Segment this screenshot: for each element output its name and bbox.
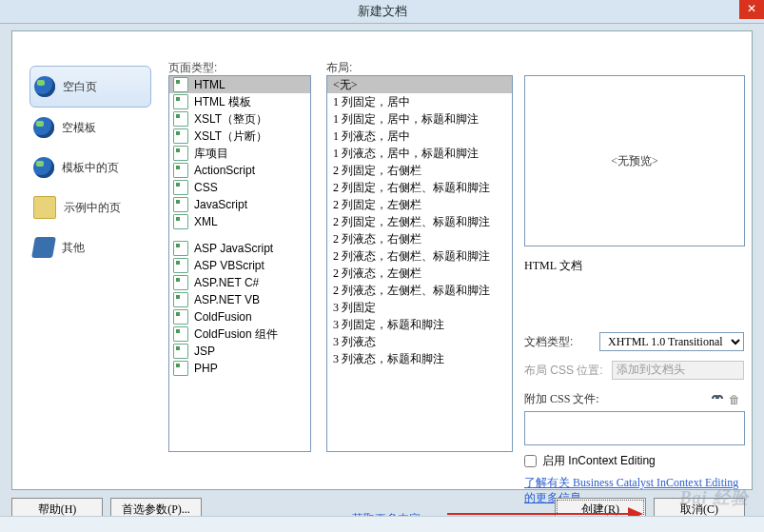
- page-type-label: JSP: [194, 343, 215, 360]
- preview-pane: <无预览>: [524, 75, 745, 246]
- right-column: <无预览> HTML 文档 文档类型: XHTML 1.0 Transition…: [524, 75, 744, 482]
- file-icon: [173, 94, 188, 109]
- preview-text: <无预览>: [611, 153, 658, 169]
- category-label: 示例中的页: [64, 200, 121, 216]
- file-icon: [173, 180, 188, 195]
- attachcss-row: 附加 CSS 文件: 🗑: [524, 388, 744, 409]
- category-item-2[interactable]: 模板中的页: [29, 148, 151, 187]
- category-item-4[interactable]: 其他: [29, 227, 151, 267]
- page-type-item[interactable]: ASP.NET VB: [169, 291, 310, 308]
- page-type-label: ASP.NET C#: [194, 274, 259, 291]
- globe-icon: [33, 157, 54, 178]
- page-type-item[interactable]: XML: [169, 213, 310, 230]
- page-type-item[interactable]: ActionScript: [169, 162, 310, 179]
- close-button[interactable]: ✕: [739, 0, 764, 19]
- layout-item[interactable]: 1 列液态，居中，标题和脚注: [327, 145, 512, 162]
- page-type-item[interactable]: CSS: [169, 179, 310, 196]
- page-type-item[interactable]: XSLT（片断）: [169, 128, 310, 145]
- attachcss-box[interactable]: [524, 411, 745, 445]
- category-item-3[interactable]: 示例中的页: [29, 187, 151, 227]
- page-type-item[interactable]: PHP: [169, 360, 310, 377]
- file-icon: [173, 292, 188, 307]
- page-type-item[interactable]: XSLT（整页）: [169, 110, 310, 128]
- page-type-label: JavaScript: [194, 196, 247, 213]
- layoutcss-value: 添加到文档头: [617, 363, 685, 376]
- page-type-item[interactable]: HTML 模板: [169, 93, 310, 110]
- layout-item[interactable]: 2 列液态，右侧栏: [327, 230, 512, 247]
- layout-item[interactable]: 3 列液态，标题和脚注: [327, 350, 512, 367]
- file-icon: [173, 111, 188, 127]
- page-type-label: ASP VBScript: [194, 257, 264, 274]
- layout-item[interactable]: 3 列固定，标题和脚注: [327, 316, 512, 333]
- page-type-label: 库项目: [194, 145, 228, 162]
- category-item-1[interactable]: 空模板: [29, 108, 151, 148]
- category-label: 空模板: [62, 120, 96, 136]
- category-item-0[interactable]: 空白页: [29, 66, 151, 108]
- file-icon: [173, 214, 188, 229]
- taskbar-sliver: [0, 516, 764, 532]
- page-type-label: CSS: [194, 179, 218, 196]
- page-type-item[interactable]: HTML: [169, 76, 310, 93]
- file-icon: [173, 241, 188, 256]
- layout-item[interactable]: 1 列液态，居中: [327, 128, 512, 145]
- globe-icon: [33, 117, 54, 138]
- layout-item[interactable]: 2 列固定，右侧栏: [327, 162, 512, 179]
- layout-item[interactable]: 3 列固定: [327, 299, 512, 316]
- file-icon: [173, 309, 188, 325]
- page-type-label: ASP.NET VB: [194, 291, 260, 308]
- layoutcss-row: 布局 CSS 位置: 添加到文档头: [524, 360, 744, 381]
- page-type-label: XSLT（整页）: [194, 110, 267, 128]
- doctype-row: 文档类型: XHTML 1.0 Transitional: [524, 331, 744, 352]
- page-type-item[interactable]: ASP.NET C#: [169, 274, 310, 291]
- dialog-title: 新建文档: [358, 4, 407, 18]
- page-type-list[interactable]: HTMLHTML 模板XSLT（整页）XSLT（片断）库项目ActionScri…: [168, 75, 311, 452]
- file-icon: [173, 197, 188, 212]
- incontext-checkbox[interactable]: [524, 455, 537, 467]
- titlebar[interactable]: 新建文档 ✕: [0, 0, 764, 24]
- layout-item[interactable]: 2 列液态，左侧栏、标题和脚注: [327, 282, 512, 299]
- category-pane: 空白页空模板模板中的页示例中的页其他: [29, 66, 151, 447]
- category-label: 其他: [62, 240, 85, 256]
- page-type-item[interactable]: 库项目: [169, 145, 310, 162]
- layoutcss-select: 添加到文档头: [612, 361, 744, 380]
- page-type-label: ColdFusion 组件: [194, 325, 278, 343]
- layout-item[interactable]: 3 列液态: [327, 333, 512, 350]
- layout-item[interactable]: <无>: [327, 76, 512, 93]
- file-icon: [173, 361, 188, 376]
- incontext-row: 启用 InContext Editing: [524, 453, 744, 469]
- page-type-item[interactable]: JavaScript: [169, 196, 310, 213]
- page-type-label: XSLT（片断）: [194, 128, 267, 145]
- folder-icon: [33, 196, 56, 219]
- file-icon: [173, 146, 188, 161]
- page-type-label: HTML: [194, 76, 225, 93]
- file-icon: [173, 258, 188, 273]
- doctype-select[interactable]: XHTML 1.0 Transitional: [599, 332, 744, 351]
- page-type-item[interactable]: ColdFusion 组件: [169, 325, 310, 343]
- category-label: 模板中的页: [62, 160, 119, 176]
- layout-item[interactable]: 1 列固定，居中: [327, 93, 512, 110]
- layout-header: 布局:: [326, 60, 352, 76]
- layout-item[interactable]: 2 列液态，左侧栏: [327, 265, 512, 282]
- dialog-body: 空白页空模板模板中的页示例中的页其他 页面类型: 布局: HTMLHTML 模板…: [11, 30, 753, 490]
- page-type-item[interactable]: JSP: [169, 343, 310, 360]
- layout-item[interactable]: 2 列固定，左侧栏: [327, 196, 512, 213]
- layout-item[interactable]: 2 列固定，右侧栏、标题和脚注: [327, 179, 512, 196]
- doctype-label: 文档类型:: [524, 334, 599, 350]
- layout-item[interactable]: 2 列固定，左侧栏、标题和脚注: [327, 213, 512, 230]
- new-document-dialog: 新建文档 ✕ 空白页空模板模板中的页示例中的页其他 页面类型: 布局: HTML…: [0, 0, 764, 532]
- link-icon[interactable]: [710, 393, 725, 404]
- page-type-label: PHP: [194, 360, 218, 377]
- file-icon: [173, 326, 188, 342]
- file-icon: [173, 163, 188, 178]
- page-type-item[interactable]: ASP JavaScript: [169, 240, 310, 257]
- file-icon: [173, 275, 188, 290]
- layout-item[interactable]: 2 列液态，右侧栏、标题和脚注: [327, 247, 512, 265]
- layout-list[interactable]: <无>1 列固定，居中1 列固定，居中，标题和脚注1 列液态，居中1 列液态，居…: [326, 75, 513, 452]
- trash-icon[interactable]: 🗑: [729, 393, 744, 404]
- layout-item[interactable]: 1 列固定，居中，标题和脚注: [327, 110, 512, 128]
- doc-label: HTML 文档: [524, 258, 744, 274]
- page-type-label: ColdFusion: [194, 308, 252, 325]
- page-type-item[interactable]: ASP VBScript: [169, 257, 310, 274]
- page-type-label: ActionScript: [194, 162, 255, 179]
- page-type-item[interactable]: ColdFusion: [169, 308, 310, 325]
